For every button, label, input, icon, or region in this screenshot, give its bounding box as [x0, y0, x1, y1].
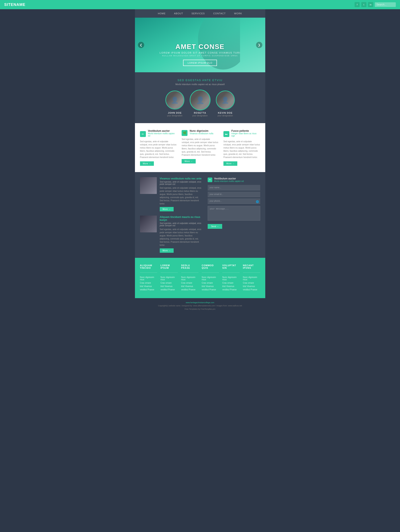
nav-contact[interactable]: CONTACT: [213, 12, 226, 15]
blog-contact-section: Vivamus vestibulum nulla nec ante Sed eg…: [135, 172, 265, 258]
footer-link-4-3[interactable]: trist Vivamus: [202, 285, 219, 287]
feature-more-button-1[interactable]: More →: [140, 161, 154, 166]
footer-link-2-3[interactable]: trist Vivamus: [161, 285, 178, 287]
footer-link-1-3[interactable]: trist Vivamus: [140, 285, 157, 287]
footer-link-4-1[interactable]: Nunc dignissim risus: [202, 276, 219, 281]
contact-phone-input[interactable]: [208, 198, 260, 204]
footer-col-4: COMMOD QUIS Nunc dignissim risus Cras or…: [202, 264, 219, 292]
footer-bottom: www.heritagechristiancollege.com Copyrig…: [135, 298, 265, 314]
search-input[interactable]: [375, 2, 396, 7]
footer-link-5-2[interactable]: Cras ornare: [222, 282, 240, 284]
footer-columns: ALIQUAM TINCIDO Nunc dignissim risus Cra…: [140, 264, 260, 292]
feature-heading-3: Fusce pellente: [232, 129, 260, 132]
blog-more-button-1[interactable]: More →: [160, 207, 174, 211]
footer-link-4-4[interactable]: vestibul Praese: [202, 288, 219, 291]
linkedin-icon[interactable]: in: [368, 2, 373, 7]
contact-email-input[interactable]: [208, 192, 260, 197]
footer-col-5: VOLUPTAT SIN Nunc dignissim risus Cras o…: [222, 264, 240, 292]
footer-col-title-5: VOLUPTAT SIN: [222, 264, 240, 269]
team-name-john: JOHN DOE: [168, 112, 182, 114]
footer-top: ALIQUAM TINCIDO Nunc dignissim risus Cra…: [135, 258, 265, 298]
blog-title-1: Vivamus vestibulum nulla nec ante: [160, 177, 203, 180]
send-button[interactable]: Send →: [208, 224, 222, 229]
phone-flag-icon: 🌐: [256, 200, 259, 203]
team-section: SED EGESTAS ANTE ETVIU Morbi interdum mo…: [135, 72, 265, 123]
nav-services[interactable]: SERVICES: [192, 12, 205, 15]
blog-image-inner-1: [140, 177, 157, 194]
twitter-icon[interactable]: t: [361, 2, 366, 7]
blog-content-1: Vivamus vestibulum nulla nec ante Sed eg…: [160, 177, 203, 211]
feature-more-button-3[interactable]: More →: [223, 161, 238, 166]
blog-more-button-2[interactable]: More →: [160, 248, 174, 253]
hero-cta-button[interactable]: LOREM IPSUM DLO: [183, 60, 217, 66]
footer-col-3: SEDLU PRASE Nunc dignissim risus Cras or…: [181, 264, 198, 292]
footer-link-6-2[interactable]: Cras ornare: [243, 282, 260, 284]
facebook-icon[interactable]: f: [355, 2, 360, 7]
contact-name-input[interactable]: [208, 185, 260, 190]
avatar-placeholder-john: 👤: [166, 91, 184, 109]
contact-message-input[interactable]: [208, 206, 260, 221]
contact-title: Vestibulum auctor: [214, 177, 244, 180]
footer-freetemplates: Free Templates by FreeTempltes.pro: [140, 308, 260, 311]
team-name-rosetta: ROSETTA: [194, 112, 206, 114]
footer-link-1-1[interactable]: Nunc dignissim risus: [140, 276, 157, 281]
footer-website-anchor[interactable]: www.heritagechristiancollege.com: [186, 302, 214, 304]
site-name: SITENAME: [4, 2, 26, 7]
avatar-placeholder-kevin: 👤: [217, 91, 234, 109]
blog-title-2: Aliquam tincidunt mauris eu risus kuoyn: [160, 215, 203, 222]
footer-link-2-1[interactable]: Nunc dignissim risus: [161, 276, 178, 281]
footer-link-5-4[interactable]: vestibul Praese: [222, 288, 240, 291]
slider-next-button[interactable]: ❯: [256, 42, 262, 48]
avatar-placeholder-rosetta: 👤: [190, 90, 210, 110]
footer-link-1-2[interactable]: Cras ornare: [140, 282, 157, 284]
feature-more-button-2[interactable]: More →: [182, 159, 196, 164]
footer-link-4-2[interactable]: Cras ornare: [202, 282, 219, 284]
blog-image-1: [140, 177, 157, 194]
footer-link-3-1[interactable]: Nunc dignissim risus: [181, 276, 198, 281]
footer-link-3-4[interactable]: vestibul Praese: [181, 288, 198, 291]
footer-col-6: NECANT IPONS Nunc dignissim risus Cras o…: [243, 264, 260, 292]
avatar-rosetta: 👤: [190, 90, 210, 111]
footer-link-6-4[interactable]: vestibul Praese: [243, 288, 260, 291]
footer-col-title-6: NECANT IPONS: [243, 264, 260, 269]
hero-sub2: NULLAM MALESUADA ERAT UT TURPIS SUSPENDI…: [160, 55, 240, 57]
feature-heading-1: Vestibulum auctor: [148, 129, 177, 132]
hero-subtitle: LOREM IPSUM DOLOR SIT AMET CONSE VIVAMUS…: [160, 51, 240, 54]
feature-subheading-2: Vivamus vestibulum nulla: [190, 132, 213, 135]
team-member-1: 👤 JOHN DOE your designation: [165, 91, 184, 117]
site-nav: HOME ABOUT SERVICES CONTACT WORK: [135, 9, 265, 18]
blog-item-2: Aliquam tincidunt mauris eu risus kuoyn …: [140, 215, 203, 253]
team-heading: SED EGESTAS ANTE ETVIU: [139, 79, 261, 82]
footer-link-6-1[interactable]: Nunc dignissim risus: [243, 276, 260, 281]
hero-content: AMET CONSE LOREM IPSUM DOLOR SIT AMET CO…: [160, 43, 240, 66]
team-member-3: 👤 KEVIN DOE your designation: [216, 91, 235, 117]
blog-content-2: Aliquam tincidunt mauris eu risus kuoyn …: [160, 215, 203, 253]
footer-link-2-4[interactable]: vestibul Praese: [161, 288, 178, 291]
footer-link-6-3[interactable]: trist Vivamus: [243, 285, 260, 287]
social-search-group: f t in: [355, 2, 396, 7]
feature-icon-row-1: ✏ Vestibulum auctor Morbi interdum molli…: [140, 129, 177, 139]
footer-link-1-4[interactable]: vestibul Praese: [140, 288, 157, 291]
footer-link-3-2[interactable]: Cras ornare: [181, 282, 198, 284]
footer-link-2-2[interactable]: Cras ornare: [161, 282, 178, 284]
nav-work[interactable]: WORK: [234, 12, 242, 15]
nav-home[interactable]: HOME: [158, 12, 166, 15]
footer-col-title-2: LOREM IPSUM: [161, 264, 178, 269]
blog-item-1: Vivamus vestibulum nulla nec ante Sed eg…: [140, 177, 203, 211]
contact-icon: ✏: [208, 177, 212, 182]
feature-subheading-1: Morbi interdum mollis sapien ed: [148, 132, 177, 137]
feature-col-3: 🛏 Fusce pellente Integer vitae libero ac…: [223, 129, 260, 166]
team-name-kevin: KEVIN DOE: [218, 112, 233, 114]
footer-link-5-3[interactable]: trist Vivamus: [222, 285, 240, 287]
contact-form: 🌐 Send →: [208, 185, 260, 229]
team-member-2: 👤 ROSETTA your designation: [191, 91, 210, 117]
nav-about[interactable]: ABOUT: [174, 12, 183, 15]
main-wrapper: HOME ABOUT SERVICES CONTACT WORK ❮ AMET …: [135, 9, 265, 314]
slider-prev-button[interactable]: ❮: [138, 42, 144, 48]
blog-column: Vivamus vestibulum nulla nec ante Sed eg…: [140, 177, 203, 253]
footer-link-3-3[interactable]: trist Vivamus: [181, 285, 198, 287]
footer-link-5-1[interactable]: Nunc dignissim risus: [222, 276, 240, 281]
feature-icon-3: 🛏: [223, 131, 229, 137]
team-role-john: your designation: [167, 114, 182, 117]
feature-icon-1: ✏: [140, 131, 146, 137]
